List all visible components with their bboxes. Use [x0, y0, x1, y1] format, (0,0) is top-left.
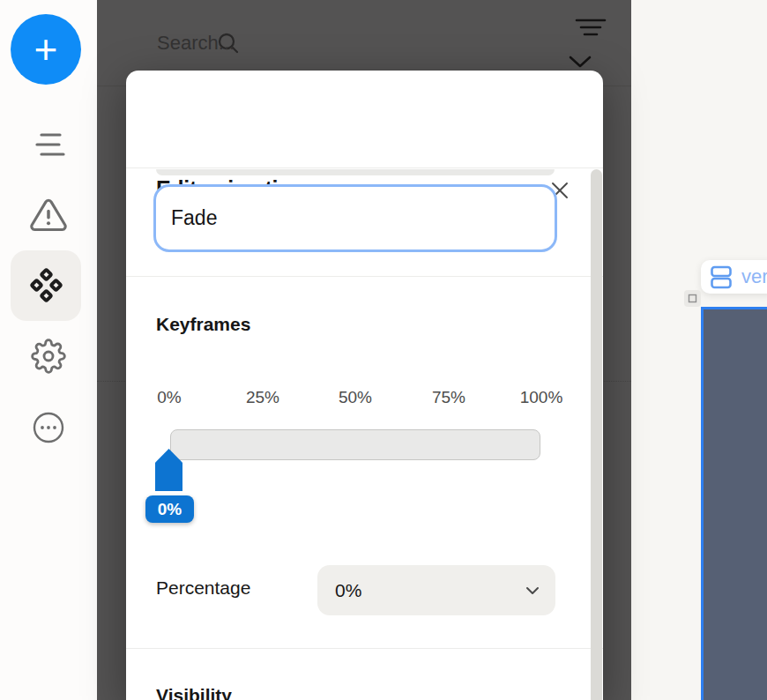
- frame-icon: [688, 294, 697, 303]
- layer-label-chip[interactable]: ver: [701, 260, 767, 294]
- animation-name-input[interactable]: [153, 184, 557, 252]
- keyframe-track[interactable]: [170, 429, 540, 460]
- motion-diamonds-icon: [25, 264, 67, 307]
- canvas-area[interactable]: ver: [631, 0, 767, 700]
- percentage-value: 0%: [335, 580, 361, 601]
- modal-scrollbar-thumb[interactable]: [591, 169, 602, 700]
- dropdown-chevron-icon: [525, 586, 540, 595]
- tick-label-0: 0%: [157, 388, 181, 407]
- sidebar-item-motion-selected[interactable]: [11, 250, 81, 321]
- sidebar-item-more[interactable]: [0, 411, 97, 444]
- tick-label-75: 75%: [432, 388, 465, 407]
- sidebar-item-sequences[interactable]: [0, 127, 97, 162]
- tick-label-50: 50%: [339, 388, 372, 407]
- keyframe-marker-badge[interactable]: 0%: [145, 495, 194, 523]
- tick-label-100: 100%: [520, 388, 563, 407]
- header-divider: [126, 168, 603, 168]
- add-button[interactable]: +: [11, 14, 81, 85]
- selected-canvas-object[interactable]: [701, 307, 767, 700]
- section-divider: [126, 648, 603, 649]
- app-screen: ver +: [0, 0, 767, 700]
- scrolled-field-edge: [156, 169, 555, 175]
- percentage-dropdown[interactable]: 0%: [317, 565, 555, 615]
- warning-triangle-icon: [29, 196, 68, 235]
- sequence-lines-icon: [31, 127, 66, 162]
- more-ellipsis-icon: [32, 411, 65, 444]
- layer-label: ver: [741, 265, 767, 288]
- sidebar: +: [0, 0, 97, 700]
- sidebar-item-warnings[interactable]: [0, 196, 97, 235]
- tick-label-25: 25%: [246, 388, 279, 407]
- artboard-handle[interactable]: [684, 290, 701, 307]
- sidebar-item-settings[interactable]: [0, 339, 97, 374]
- vertical-stack-icon: [711, 265, 733, 289]
- section-divider: [126, 276, 603, 277]
- edit-animation-sequence-dialog: Edit animation sequence Keyframes 0% 25%…: [126, 71, 603, 700]
- percentage-label: Percentage: [156, 577, 250, 599]
- keyframes-heading: Keyframes: [156, 314, 250, 335]
- gear-icon: [31, 339, 66, 374]
- visibility-heading: Visibility: [156, 685, 232, 700]
